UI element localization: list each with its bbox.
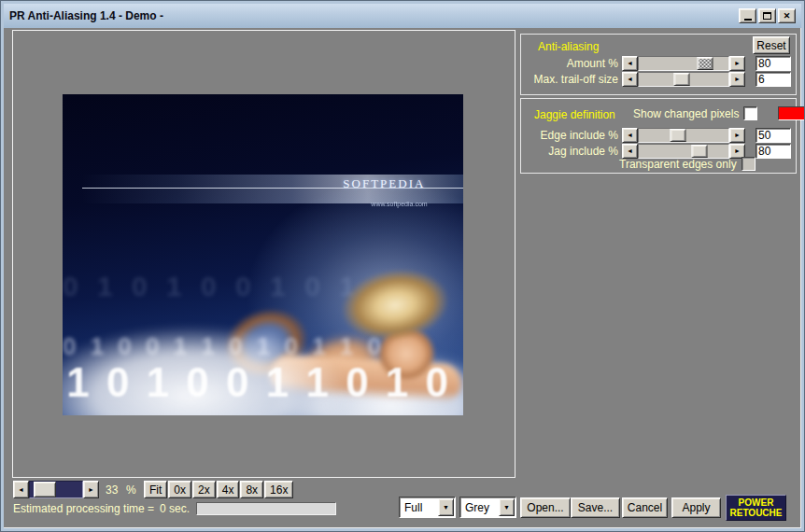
logo-line2: RETOUCHE bbox=[730, 508, 783, 518]
zoom-scrollbar[interactable]: ◄ ► bbox=[13, 481, 99, 498]
open-button[interactable]: Open... bbox=[520, 497, 571, 518]
window-title: PR Anti-Aliasing 1.4 - Demo - bbox=[9, 9, 739, 22]
transparent-edges-label: Transparent edges only bbox=[619, 158, 737, 171]
show-changed-row: Show changed pixels bbox=[633, 106, 805, 120]
trailoff-row: Max. trail-off size ◄ ► bbox=[525, 71, 791, 87]
power-retouche-logo[interactable]: POWER RETOUCHE bbox=[726, 495, 786, 521]
zoom-right-arrow-icon[interactable]: ► bbox=[83, 481, 99, 498]
edge-include-row: Edge include % ◄ ► bbox=[525, 127, 791, 143]
trailoff-input[interactable] bbox=[756, 72, 791, 87]
zoom-track[interactable] bbox=[29, 481, 83, 498]
app-window: PR Anti-Aliasing 1.4 - Demo - ✕ 0 1 0 1 … bbox=[0, 0, 805, 532]
trailoff-slider-track[interactable] bbox=[638, 72, 729, 87]
edge-right-arrow-icon[interactable]: ► bbox=[729, 128, 745, 143]
processing-time-value: 0 sec. bbox=[160, 502, 190, 515]
zoom-left-arrow-icon[interactable]: ◄ bbox=[13, 481, 29, 498]
progress-bar bbox=[196, 502, 336, 515]
edge-left-arrow-icon[interactable]: ◄ bbox=[622, 128, 638, 143]
minimize-button[interactable] bbox=[739, 8, 756, 23]
preview-panel: 0 1 0 1 0 0 1 0 1 SOFTPEDIA www.softpedi… bbox=[12, 30, 515, 478]
processing-time-label: Estimated processing time = bbox=[13, 502, 154, 515]
zoom-thumb[interactable] bbox=[34, 482, 56, 497]
zoom-4x-button[interactable]: 4x bbox=[217, 481, 240, 498]
preview-image[interactable]: 0 1 0 1 0 0 1 0 1 SOFTPEDIA www.softpedi… bbox=[63, 94, 463, 415]
amount-slider-track[interactable] bbox=[638, 56, 729, 71]
trailoff-right-arrow-icon[interactable]: ► bbox=[729, 72, 745, 87]
zoom-preset-buttons: Fit 0x 2x 4x 8x 16x bbox=[144, 481, 293, 498]
view-dropdown-value: Full bbox=[400, 501, 438, 514]
zoom-8x-button[interactable]: 8x bbox=[240, 481, 263, 498]
transparent-edges-row: Transparent edges only bbox=[619, 157, 756, 171]
trailoff-left-arrow-icon[interactable]: ◄ bbox=[622, 72, 638, 87]
anti-aliasing-title: Anti-aliasing bbox=[538, 40, 599, 53]
apply-button[interactable]: Apply bbox=[671, 497, 721, 518]
zoom-value: 33 bbox=[106, 483, 118, 497]
close-button[interactable]: ✕ bbox=[778, 8, 796, 23]
zoom-fit-button[interactable]: Fit bbox=[144, 481, 167, 498]
transparent-edges-checkbox[interactable] bbox=[741, 157, 756, 171]
binary-digits-large: 1 0 1 0 0 1 1 0 1 0 bbox=[66, 359, 459, 406]
trailoff-slider-thumb[interactable] bbox=[674, 73, 690, 86]
highlight-color-swatch[interactable] bbox=[778, 106, 805, 120]
jag-slider-thumb[interactable] bbox=[692, 145, 708, 158]
channel-dropdown-value: Grey bbox=[460, 501, 499, 514]
amount-row: Amount % ◄ ► bbox=[525, 55, 791, 71]
status-line: Estimated processing time =0 sec. bbox=[13, 502, 190, 515]
maximize-button[interactable] bbox=[758, 8, 776, 23]
edge-slider-thumb[interactable] bbox=[671, 129, 686, 142]
jaggie-definition-panel: Jaggie definition Show changed pixels Ed… bbox=[520, 98, 797, 174]
title-bar[interactable]: PR Anti-Aliasing 1.4 - Demo - ✕ bbox=[4, 4, 801, 28]
amount-left-arrow-icon[interactable]: ◄ bbox=[622, 56, 638, 71]
edge-include-label: Edge include % bbox=[525, 129, 618, 142]
zoom-2x-button[interactable]: 2x bbox=[192, 481, 216, 498]
cancel-button[interactable]: Cancel bbox=[622, 497, 668, 518]
channel-dropdown-arrow-icon[interactable]: ▼ bbox=[499, 498, 515, 516]
edge-include-slider[interactable]: ◄ ► bbox=[622, 128, 745, 143]
jaggie-title: Jaggie definition bbox=[534, 108, 615, 121]
amount-label: Amount % bbox=[525, 57, 618, 70]
amount-slider-thumb[interactable] bbox=[698, 57, 713, 70]
edge-slider-track[interactable] bbox=[638, 128, 729, 143]
zoom-16x-button[interactable]: 16x bbox=[264, 481, 293, 498]
minimize-icon bbox=[744, 19, 752, 21]
save-button[interactable]: Save... bbox=[571, 497, 620, 518]
show-changed-checkbox[interactable] bbox=[743, 106, 757, 120]
jag-include-input[interactable] bbox=[756, 144, 791, 159]
maximize-icon bbox=[763, 12, 771, 20]
zoom-unit: % bbox=[126, 483, 136, 497]
trailoff-slider[interactable]: ◄ ► bbox=[622, 72, 745, 87]
window-controls: ✕ bbox=[739, 8, 796, 23]
close-icon: ✕ bbox=[784, 11, 791, 21]
jag-include-label: Jag include % bbox=[525, 145, 618, 158]
trailoff-label: Max. trail-off size bbox=[525, 73, 618, 86]
edge-include-input[interactable] bbox=[756, 128, 791, 143]
channel-dropdown[interactable]: Grey ▼ bbox=[459, 497, 516, 518]
amount-input[interactable] bbox=[756, 56, 791, 71]
show-changed-label: Show changed pixels bbox=[633, 107, 739, 120]
anti-aliasing-panel: Anti-aliasing Reset Amount % ◄ ► Max. tr… bbox=[520, 34, 797, 95]
content-area: 0 1 0 1 0 0 1 0 1 SOFTPEDIA www.softpedi… bbox=[4, 28, 801, 528]
logo-line1: POWER bbox=[739, 497, 774, 508]
amount-right-arrow-icon[interactable]: ► bbox=[729, 56, 745, 71]
reset-button[interactable]: Reset bbox=[753, 36, 790, 54]
view-dropdown-arrow-icon[interactable]: ▼ bbox=[438, 498, 454, 516]
zoom-0x-button[interactable]: 0x bbox=[168, 481, 191, 498]
view-dropdown[interactable]: Full ▼ bbox=[399, 497, 456, 518]
amount-slider[interactable]: ◄ ► bbox=[622, 56, 745, 71]
